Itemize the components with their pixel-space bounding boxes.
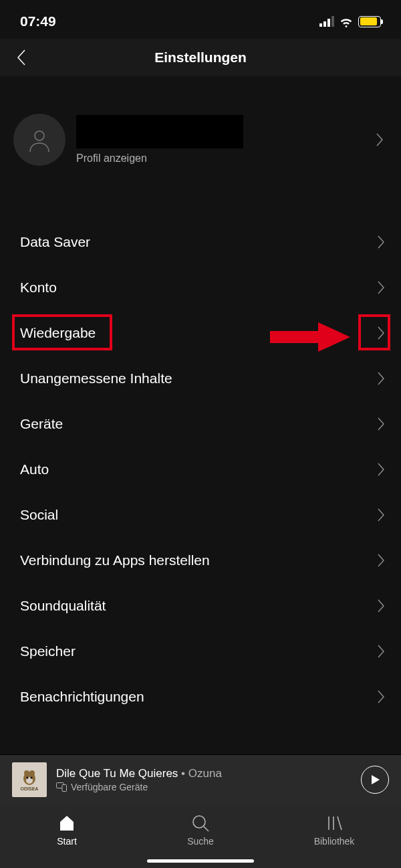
svg-marker-11 <box>372 775 380 784</box>
settings-item-label: Auto <box>20 461 49 477</box>
album-art: ODISEA <box>12 762 47 797</box>
settings-item-label: Soundqualität <box>20 598 106 614</box>
search-icon <box>191 813 210 833</box>
svg-point-0 <box>35 131 44 140</box>
settings-item-konto[interactable]: Konto <box>20 265 385 310</box>
settings-item-label: Benachrichtigungen <box>20 689 144 705</box>
tab-label: Start <box>57 836 77 847</box>
available-devices-button[interactable]: Verfügbare Geräte <box>56 782 361 792</box>
devices-icon <box>56 782 67 792</box>
settings-item-label: Wiedergabe <box>20 325 96 341</box>
svg-point-4 <box>24 770 29 776</box>
now-playing-bar[interactable]: ODISEA Dile Que Tu Me Quieres • Ozuna Ve… <box>0 754 401 804</box>
annotation-arrow-icon <box>270 322 350 352</box>
chevron-left-icon <box>16 49 27 66</box>
svg-marker-2 <box>318 322 350 352</box>
now-playing-artist: Ozuna <box>188 767 222 780</box>
settings-item-verbindung-zu-apps[interactable]: Verbindung zu Apps herstellen <box>20 538 385 583</box>
settings-item-data-saver[interactable]: Data Saver <box>20 219 385 265</box>
annotation-highlight-box <box>358 314 390 350</box>
settings-item-label: Konto <box>20 280 57 296</box>
settings-item-speicher[interactable]: Speicher <box>20 629 385 674</box>
album-art-tag: ODISEA <box>21 786 39 791</box>
settings-item-unangemessene-inhalte[interactable]: Unangemessene Inhalte <box>20 356 385 401</box>
svg-point-8 <box>31 777 33 779</box>
chevron-right-icon <box>377 599 385 613</box>
home-icon <box>57 813 76 833</box>
settings-item-label: Social <box>20 507 58 523</box>
svg-point-5 <box>29 770 35 776</box>
tab-bibliothek[interactable]: Bibliothek <box>267 804 401 868</box>
status-bar: 07:49 <box>0 0 401 39</box>
header-bar: Einstellungen <box>0 39 401 76</box>
settings-item-label: Speicher <box>20 643 76 659</box>
page-title: Einstellungen <box>154 49 247 66</box>
home-indicator[interactable] <box>147 859 254 863</box>
settings-item-label: Geräte <box>20 416 63 432</box>
settings-list: Data Saver Konto Wiedergabe Unangemessen… <box>0 182 401 720</box>
chevron-right-icon <box>377 553 385 568</box>
status-time: 07:49 <box>20 13 56 29</box>
available-devices-label: Verfügbare Geräte <box>71 782 148 792</box>
chevron-right-icon <box>377 462 385 477</box>
settings-item-label: Data Saver <box>20 234 90 250</box>
profile-row[interactable]: Profil anzeigen <box>0 76 401 182</box>
settings-item-benachrichtigungen[interactable]: Benachrichtigungen <box>20 674 385 720</box>
status-icons <box>319 14 381 29</box>
svg-rect-1 <box>270 331 318 343</box>
chevron-right-icon <box>377 689 385 704</box>
settings-item-label: Verbindung zu Apps herstellen <box>20 552 210 568</box>
svg-line-16 <box>338 817 342 830</box>
chevron-right-icon <box>377 280 385 295</box>
chevron-right-icon <box>377 235 385 249</box>
battery-icon <box>358 16 381 27</box>
svg-line-13 <box>204 827 209 831</box>
settings-item-geraete[interactable]: Geräte <box>20 401 385 447</box>
avatar <box>13 114 65 166</box>
tab-bar: Start Suche Bibliothek <box>0 804 401 868</box>
now-playing-title: Dile Que Tu Me Quieres <box>56 767 178 780</box>
chevron-right-icon <box>377 326 385 340</box>
settings-item-wiedergabe[interactable]: Wiedergabe <box>20 310 385 356</box>
chevron-right-icon <box>376 132 384 147</box>
tab-suche[interactable]: Suche <box>134 804 267 868</box>
profile-name-redacted <box>76 115 243 148</box>
cellular-signal-icon <box>319 16 334 27</box>
chevron-right-icon <box>377 417 385 431</box>
play-button[interactable] <box>361 766 389 794</box>
now-playing-title-line: Dile Que Tu Me Quieres • Ozuna <box>56 767 361 780</box>
settings-item-social[interactable]: Social <box>20 492 385 538</box>
settings-item-auto[interactable]: Auto <box>20 447 385 492</box>
tab-label: Bibliothek <box>314 836 355 847</box>
svg-point-12 <box>193 816 205 828</box>
back-button[interactable] <box>16 49 27 66</box>
person-icon <box>26 126 53 153</box>
svg-point-7 <box>27 777 29 779</box>
chevron-right-icon <box>377 371 385 386</box>
tab-label: Suche <box>187 836 214 847</box>
chevron-right-icon <box>377 644 385 659</box>
tab-start[interactable]: Start <box>0 804 134 868</box>
play-icon <box>370 774 380 785</box>
wifi-icon <box>339 14 354 29</box>
chevron-right-icon <box>377 508 385 522</box>
settings-item-label: Unangemessene Inhalte <box>20 370 172 387</box>
settings-item-soundqualitaet[interactable]: Soundqualität <box>20 583 385 629</box>
profile-view-label: Profil anzeigen <box>76 152 376 165</box>
svg-rect-10 <box>62 784 67 791</box>
library-icon <box>325 813 344 833</box>
